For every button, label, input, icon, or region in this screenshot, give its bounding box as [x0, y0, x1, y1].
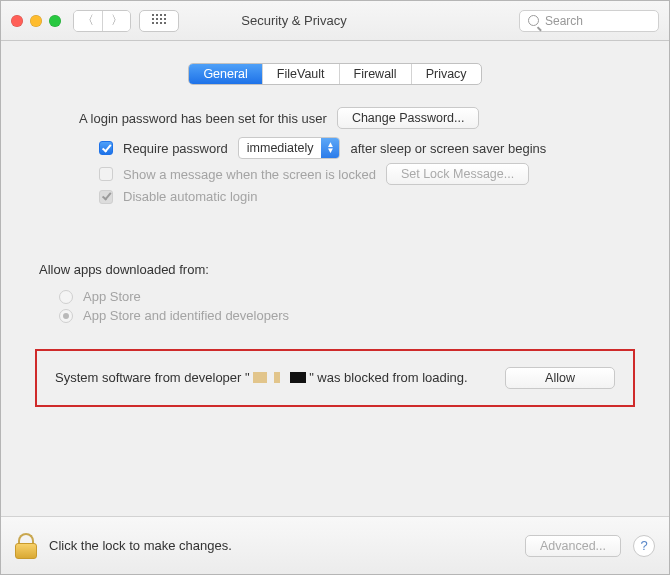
lock-body-icon	[15, 543, 37, 559]
lock-hint-text: Click the lock to make changes.	[49, 538, 513, 553]
preferences-window: 〈 〉 Security & Privacy Search General Fi…	[0, 0, 670, 575]
zoom-window-button[interactable]	[49, 15, 61, 27]
download-option-appstore-label: App Store	[83, 289, 141, 304]
redacted-developer-name	[290, 372, 306, 383]
redacted-developer-name	[274, 372, 280, 383]
content-spacer	[1, 407, 669, 516]
show-message-row: Show a message when the screen is locked…	[39, 163, 631, 185]
after-sleep-text: after sleep or screen saver begins	[350, 141, 546, 156]
download-option-identified-row: App Store and identified developers	[39, 308, 631, 323]
download-option-appstore-row: App Store	[39, 289, 631, 304]
show-message-checkbox	[99, 167, 113, 181]
tab-general[interactable]: General	[189, 64, 261, 84]
tab-filevault[interactable]: FileVault	[262, 64, 339, 84]
general-panel: A login password has been set for this u…	[1, 103, 669, 407]
help-button[interactable]: ?	[633, 535, 655, 557]
require-password-checkbox[interactable]	[99, 141, 113, 155]
lock-button[interactable]	[15, 533, 37, 559]
tab-privacy[interactable]: Privacy	[411, 64, 481, 84]
blocked-software-notice: System software from developer " " was b…	[35, 349, 635, 407]
download-option-identified-radio	[59, 309, 73, 323]
footer: Click the lock to make changes. Advanced…	[1, 516, 669, 574]
require-password-label: Require password	[123, 141, 228, 156]
window-title: Security & Privacy	[69, 13, 519, 28]
redacted-developer-name	[253, 372, 267, 383]
login-password-row: A login password has been set for this u…	[39, 107, 631, 129]
change-password-button[interactable]: Change Password...	[337, 107, 480, 129]
tab-bar: General FileVault Firewall Privacy	[1, 63, 669, 85]
show-message-label: Show a message when the screen is locked	[123, 167, 376, 182]
advanced-button: Advanced...	[525, 535, 621, 557]
blocked-suffix: " was blocked from loading.	[309, 370, 468, 385]
search-icon	[528, 15, 539, 26]
disable-auto-login-label: Disable automatic login	[123, 189, 257, 204]
search-placeholder: Search	[545, 14, 583, 28]
disable-auto-login-checkbox	[99, 190, 113, 204]
minimize-window-button[interactable]	[30, 15, 42, 27]
login-password-text: A login password has been set for this u…	[79, 111, 327, 126]
search-field[interactable]: Search	[519, 10, 659, 32]
content-area: General FileVault Firewall Privacy A log…	[1, 41, 669, 574]
require-password-row: Require password immediately ▲▼ after sl…	[39, 137, 631, 159]
titlebar: 〈 〉 Security & Privacy Search	[1, 1, 669, 41]
blocked-software-message: System software from developer " " was b…	[55, 369, 487, 387]
window-traffic-lights	[11, 15, 61, 27]
set-lock-message-button: Set Lock Message...	[386, 163, 529, 185]
tab-firewall[interactable]: Firewall	[339, 64, 411, 84]
require-password-delay-select[interactable]: immediately ▲▼	[238, 137, 341, 159]
require-password-delay-value: immediately	[239, 141, 322, 155]
download-option-appstore-radio	[59, 290, 73, 304]
close-window-button[interactable]	[11, 15, 23, 27]
download-option-identified-label: App Store and identified developers	[83, 308, 289, 323]
allow-button[interactable]: Allow	[505, 367, 615, 389]
allow-downloads-heading: Allow apps downloaded from:	[39, 262, 631, 277]
stepper-icon: ▲▼	[321, 137, 339, 159]
blocked-prefix: System software from developer "	[55, 370, 250, 385]
disable-auto-login-row: Disable automatic login	[39, 189, 631, 204]
